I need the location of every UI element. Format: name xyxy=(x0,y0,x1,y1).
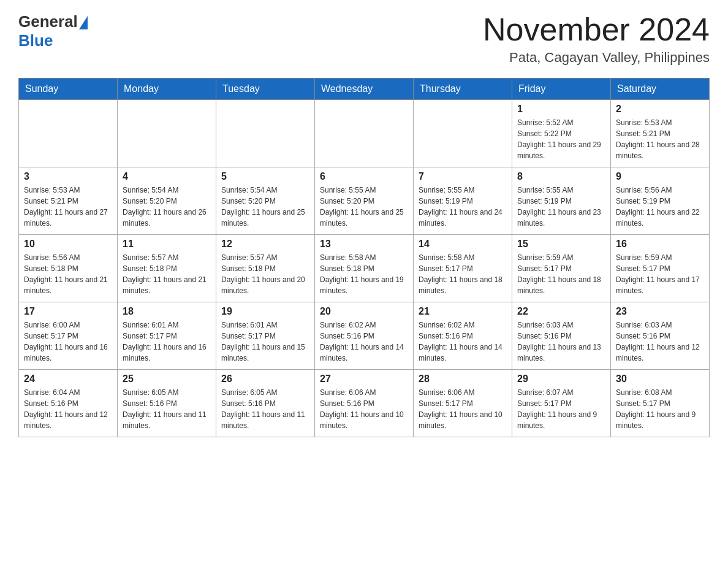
calendar-cell: 23Sunrise: 6:03 AMSunset: 5:16 PMDayligh… xyxy=(611,302,710,370)
day-number: 4 xyxy=(123,171,211,182)
week-row-5: 24Sunrise: 6:04 AMSunset: 5:16 PMDayligh… xyxy=(19,370,710,437)
calendar-cell: 4Sunrise: 5:54 AMSunset: 5:20 PMDaylight… xyxy=(118,167,216,235)
header-monday: Monday xyxy=(118,79,216,100)
header-saturday: Saturday xyxy=(611,79,710,100)
day-number: 23 xyxy=(616,306,704,317)
calendar-cell xyxy=(19,100,118,167)
day-info: Sunrise: 6:05 AMSunset: 5:16 PMDaylight:… xyxy=(123,387,211,431)
day-info: Sunrise: 5:54 AMSunset: 5:20 PMDaylight:… xyxy=(221,185,309,229)
day-number: 26 xyxy=(221,373,309,385)
day-number: 6 xyxy=(320,171,408,182)
title-block: November 2024 Pata, Cagayan Valley, Phil… xyxy=(483,12,710,66)
day-info: Sunrise: 5:59 AMSunset: 5:17 PMDaylight:… xyxy=(517,252,605,296)
weekday-header-row: SundayMondayTuesdayWednesdayThursdayFrid… xyxy=(19,79,710,100)
day-info: Sunrise: 6:03 AMSunset: 5:16 PMDaylight:… xyxy=(616,320,704,364)
location-subtitle: Pata, Cagayan Valley, Philippines xyxy=(483,50,710,66)
calendar-cell: 3Sunrise: 5:53 AMSunset: 5:21 PMDaylight… xyxy=(19,167,118,235)
logo-blue-text: Blue xyxy=(18,31,53,50)
calendar-cell: 8Sunrise: 5:55 AMSunset: 5:19 PMDaylight… xyxy=(512,167,611,235)
day-info: Sunrise: 5:53 AMSunset: 5:21 PMDaylight:… xyxy=(24,185,112,229)
calendar-cell xyxy=(216,100,315,167)
calendar-cell: 2Sunrise: 5:53 AMSunset: 5:21 PMDaylight… xyxy=(611,100,710,167)
day-number: 25 xyxy=(123,373,211,385)
day-info: Sunrise: 5:55 AMSunset: 5:19 PMDaylight:… xyxy=(419,185,507,229)
calendar-cell: 17Sunrise: 6:00 AMSunset: 5:17 PMDayligh… xyxy=(19,302,118,370)
calendar-cell: 19Sunrise: 6:01 AMSunset: 5:17 PMDayligh… xyxy=(216,302,315,370)
day-number: 10 xyxy=(24,239,112,250)
calendar-cell: 13Sunrise: 5:58 AMSunset: 5:18 PMDayligh… xyxy=(315,235,414,302)
day-number: 22 xyxy=(517,306,605,317)
day-info: Sunrise: 5:56 AMSunset: 5:18 PMDaylight:… xyxy=(24,252,112,296)
calendar-cell: 14Sunrise: 5:58 AMSunset: 5:17 PMDayligh… xyxy=(414,235,512,302)
day-number: 28 xyxy=(419,373,507,385)
day-number: 1 xyxy=(517,104,605,115)
day-info: Sunrise: 5:52 AMSunset: 5:22 PMDaylight:… xyxy=(517,117,605,161)
day-number: 8 xyxy=(517,171,605,182)
day-number: 18 xyxy=(123,306,211,317)
day-number: 11 xyxy=(123,239,211,250)
header-friday: Friday xyxy=(512,79,611,100)
logo-general-text: General xyxy=(18,12,78,31)
calendar-cell: 6Sunrise: 5:55 AMSunset: 5:20 PMDaylight… xyxy=(315,167,414,235)
day-info: Sunrise: 5:58 AMSunset: 5:18 PMDaylight:… xyxy=(320,252,408,296)
day-info: Sunrise: 6:02 AMSunset: 5:16 PMDaylight:… xyxy=(320,320,408,364)
calendar-cell: 9Sunrise: 5:56 AMSunset: 5:19 PMDaylight… xyxy=(611,167,710,235)
calendar-cell: 21Sunrise: 6:02 AMSunset: 5:16 PMDayligh… xyxy=(414,302,512,370)
day-info: Sunrise: 5:55 AMSunset: 5:19 PMDaylight:… xyxy=(517,185,605,229)
calendar-cell: 25Sunrise: 6:05 AMSunset: 5:16 PMDayligh… xyxy=(118,370,216,437)
day-info: Sunrise: 5:54 AMSunset: 5:20 PMDaylight:… xyxy=(123,185,211,229)
day-info: Sunrise: 6:03 AMSunset: 5:16 PMDaylight:… xyxy=(517,320,605,364)
day-number: 13 xyxy=(320,239,408,250)
calendar-cell: 30Sunrise: 6:08 AMSunset: 5:17 PMDayligh… xyxy=(611,370,710,437)
day-number: 21 xyxy=(419,306,507,317)
day-info: Sunrise: 6:00 AMSunset: 5:17 PMDaylight:… xyxy=(24,320,112,364)
day-number: 5 xyxy=(221,171,309,182)
calendar-cell: 11Sunrise: 5:57 AMSunset: 5:18 PMDayligh… xyxy=(118,235,216,302)
day-info: Sunrise: 6:02 AMSunset: 5:16 PMDaylight:… xyxy=(419,320,507,364)
logo-triangle-icon xyxy=(79,16,88,29)
day-info: Sunrise: 6:05 AMSunset: 5:16 PMDaylight:… xyxy=(221,387,309,431)
calendar-cell: 22Sunrise: 6:03 AMSunset: 5:16 PMDayligh… xyxy=(512,302,611,370)
day-info: Sunrise: 6:01 AMSunset: 5:17 PMDaylight:… xyxy=(221,320,309,364)
day-info: Sunrise: 5:58 AMSunset: 5:17 PMDaylight:… xyxy=(419,252,507,296)
calendar-cell: 10Sunrise: 5:56 AMSunset: 5:18 PMDayligh… xyxy=(19,235,118,302)
day-info: Sunrise: 6:04 AMSunset: 5:16 PMDaylight:… xyxy=(24,387,112,431)
day-info: Sunrise: 5:57 AMSunset: 5:18 PMDaylight:… xyxy=(123,252,211,296)
day-number: 27 xyxy=(320,373,408,385)
day-number: 7 xyxy=(419,171,507,182)
day-info: Sunrise: 6:06 AMSunset: 5:17 PMDaylight:… xyxy=(419,387,507,431)
calendar-cell: 15Sunrise: 5:59 AMSunset: 5:17 PMDayligh… xyxy=(512,235,611,302)
day-number: 3 xyxy=(24,171,112,182)
day-number: 14 xyxy=(419,239,507,250)
calendar-cell xyxy=(315,100,414,167)
day-number: 16 xyxy=(616,239,704,250)
calendar-cell: 27Sunrise: 6:06 AMSunset: 5:16 PMDayligh… xyxy=(315,370,414,437)
day-number: 19 xyxy=(221,306,309,317)
calendar-cell xyxy=(414,100,512,167)
day-info: Sunrise: 5:56 AMSunset: 5:19 PMDaylight:… xyxy=(616,185,704,229)
day-number: 12 xyxy=(221,239,309,250)
calendar-table: SundayMondayTuesdayWednesdayThursdayFrid… xyxy=(18,78,710,437)
calendar-cell: 20Sunrise: 6:02 AMSunset: 5:16 PMDayligh… xyxy=(315,302,414,370)
day-info: Sunrise: 5:59 AMSunset: 5:17 PMDaylight:… xyxy=(616,252,704,296)
day-number: 20 xyxy=(320,306,408,317)
calendar-cell: 7Sunrise: 5:55 AMSunset: 5:19 PMDaylight… xyxy=(414,167,512,235)
calendar-cell: 12Sunrise: 5:57 AMSunset: 5:18 PMDayligh… xyxy=(216,235,315,302)
header-wednesday: Wednesday xyxy=(315,79,414,100)
calendar-cell: 24Sunrise: 6:04 AMSunset: 5:16 PMDayligh… xyxy=(19,370,118,437)
month-year-title: November 2024 xyxy=(483,12,710,47)
day-number: 30 xyxy=(616,373,704,385)
day-info: Sunrise: 6:08 AMSunset: 5:17 PMDaylight:… xyxy=(616,387,704,431)
day-number: 15 xyxy=(517,239,605,250)
calendar-cell: 29Sunrise: 6:07 AMSunset: 5:17 PMDayligh… xyxy=(512,370,611,437)
calendar-cell: 5Sunrise: 5:54 AMSunset: 5:20 PMDaylight… xyxy=(216,167,315,235)
page-header: General Blue November 2024 Pata, Cagayan… xyxy=(18,12,710,66)
calendar-cell: 18Sunrise: 6:01 AMSunset: 5:17 PMDayligh… xyxy=(118,302,216,370)
header-tuesday: Tuesday xyxy=(216,79,315,100)
day-info: Sunrise: 5:57 AMSunset: 5:18 PMDaylight:… xyxy=(221,252,309,296)
day-number: 9 xyxy=(616,171,704,182)
header-thursday: Thursday xyxy=(414,79,512,100)
week-row-3: 10Sunrise: 5:56 AMSunset: 5:18 PMDayligh… xyxy=(19,235,710,302)
week-row-4: 17Sunrise: 6:00 AMSunset: 5:17 PMDayligh… xyxy=(19,302,710,370)
day-info: Sunrise: 6:07 AMSunset: 5:17 PMDaylight:… xyxy=(517,387,605,431)
